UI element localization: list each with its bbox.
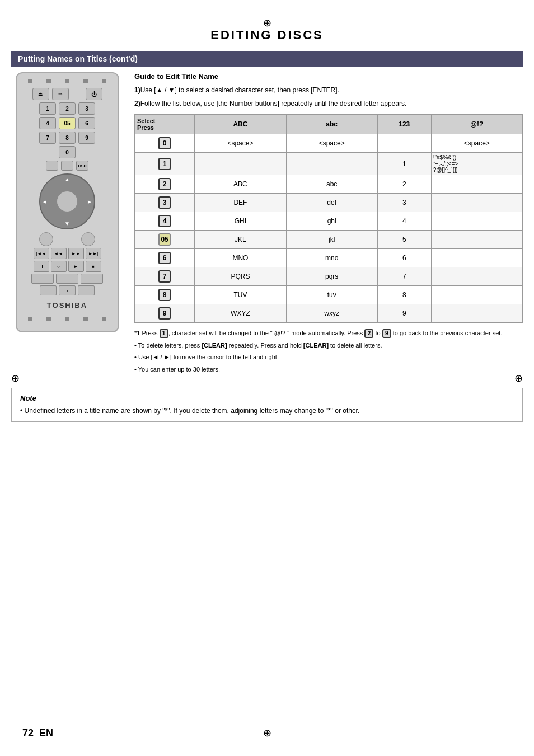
right-content: Guide to Edit Title Name 1)Use [▲ / ▼] t… [134,72,523,377]
num-1: 1 [377,153,431,175]
abc-upper-5: JKL [195,231,286,249]
key-box-5: 05 [158,233,171,246]
abc-upper-3: DEF [195,194,286,212]
key-6-button[interactable]: 6 [78,117,95,129]
key-5-button[interactable]: 05 [59,117,76,129]
abc-upper-7: PQRS [195,267,286,286]
bottom-btn-1[interactable] [31,274,54,284]
arrow-button[interactable]: ⇒ [52,88,69,100]
key-7-button[interactable]: 7 [39,132,56,144]
num-row-3: 7 8 9 [21,132,114,144]
table-row: 8 TUV tuv 8 [135,286,523,304]
table-row: 6 MNO mno 6 [135,249,523,267]
skip-back-start-btn[interactable]: |◄◄ [34,248,49,259]
dot-3 [65,79,69,83]
nav-right-arrow[interactable]: ► [87,199,92,205]
bottom-btn-3[interactable] [81,274,103,284]
dot-2 [46,79,51,83]
bottom-btn-row-1 [21,274,114,284]
footnote-3: • Use [◄ / ►] to move the cursor to the … [134,353,523,363]
main-content: ⏏ ⇒ ⏻ 1 2 3 4 05 6 7 8 9 [11,72,523,377]
footnote-key-2: 2 [364,329,373,338]
skip-fwd-end-btn[interactable]: ►►| [86,248,101,259]
remote-bottom-dots [21,317,114,321]
abc-lower-3: def [286,194,377,212]
reg-mark-left: ⊕ [11,372,20,384]
key-4-button[interactable]: 4 [39,117,56,129]
key-box-1: 1 [158,158,171,170]
key-8-button[interactable]: 8 [59,132,76,144]
fast-fwd-btn[interactable]: ►► [68,248,84,259]
remote-control: ⏏ ⇒ ⏻ 1 2 3 4 05 6 7 8 9 [16,72,119,332]
abc-lower-8: tuv [286,286,377,304]
key-cell-0: 0 [135,134,195,153]
reg-mark-right: ⊕ [514,372,523,384]
key-9-button[interactable]: 9 [78,132,95,144]
remote-area: ⏏ ⇒ ⏻ 1 2 3 4 05 6 7 8 9 [11,72,123,377]
rewind-btn[interactable]: ◄◄ [51,248,67,259]
key-box-7: 7 [158,270,171,283]
num-7: 7 [377,267,431,286]
key-2-button[interactable]: 2 [59,102,76,115]
bottom-btn-2[interactable] [56,274,78,284]
nav-pad[interactable]: ▲ ▼ ◄ ► [39,173,95,229]
remote-separator [21,313,114,313]
num-row-2: 4 05 6 [21,117,114,129]
table-header-abc-lower: abc [286,115,377,134]
key-box-6: 6 [158,252,171,264]
character-table: SelectPress ABC abc 123 @!? 0 <space> <s… [134,114,523,323]
key-cell-5: 05 [135,231,195,249]
disc-btn-center[interactable]: • [59,285,76,295]
circle-btn-right[interactable] [81,232,95,246]
nav-enter-button[interactable] [57,191,78,212]
key-cell-8: 8 [135,286,195,304]
power-button[interactable]: ⏻ [86,88,102,100]
key-cell-7: 7 [135,267,195,286]
nav-down-arrow[interactable]: ▼ [64,220,70,227]
abc-lower-0: <space> [286,134,377,153]
key-cell-3: 3 [135,194,195,212]
stop-btn[interactable]: ○ [51,261,67,272]
num-row-1: 1 2 3 [21,102,114,115]
disc-btn-3[interactable] [78,285,95,295]
key-1-button[interactable]: 1 [39,102,56,115]
special-1: !"#$%&'()*+,-./:;<=>?@[]^_`{|} [431,153,522,175]
table-row: 9 WXYZ wxyz 9 [135,304,523,323]
osd-button[interactable]: OSD [76,161,88,171]
num-0 [377,134,431,153]
dot-b4 [83,317,88,321]
key-box-8: 8 [158,289,171,301]
footnote-1: *1 Press 1, character set will be change… [134,328,523,339]
note-box: Note • Undefined letters in a title name… [11,388,523,422]
note-title: Note [20,394,514,402]
abc-upper-4: GHI [195,212,286,231]
abc-lower-4: ghi [286,212,377,231]
nav-up-arrow[interactable]: ▲ [64,176,70,182]
abc-lower-1 [286,153,377,175]
table-row: 7 PQRS pqrs 7 [135,267,523,286]
key-0-button[interactable]: 0 [59,146,76,158]
transport-row-1: |◄◄ ◄◄ ►► ►►| [21,248,114,259]
eject-button[interactable]: ⏏ [32,88,49,100]
disc-btn-1[interactable] [40,285,57,295]
remote-top-dots [21,79,114,83]
num-4: 4 [377,212,431,231]
record-btn[interactable]: ■ [86,261,101,272]
abc-upper-2: ABC [195,175,286,194]
dot-4 [83,79,88,83]
num-3: 3 [377,194,431,212]
reg-mark-top: ⊕ [263,17,271,29]
nav-left-arrow[interactable]: ◄ [42,199,48,205]
key-cell-9: 9 [135,304,195,323]
circle-btn-left[interactable] [39,232,53,246]
table-row: 0 <space> <space> <space> [135,134,523,153]
dot-b3 [65,317,69,321]
abc-lower-9: wxyz [286,304,377,323]
pause-btn[interactable]: ⏸ [34,261,49,272]
key-3-button[interactable]: 3 [78,102,95,115]
play-btn[interactable]: ► [68,261,84,272]
misc-btn-2[interactable] [61,161,73,171]
table-row: 1 1 !"#$%&'()*+,-./:;<=>?@[]^_`{|} [135,153,523,175]
num-5: 5 [377,231,431,249]
misc-btn-1[interactable] [46,161,58,171]
